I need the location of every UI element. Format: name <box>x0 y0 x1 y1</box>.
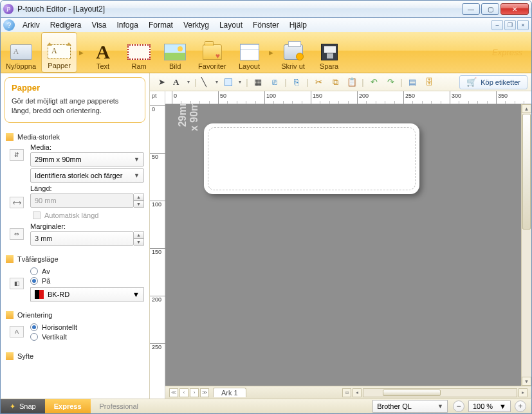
menu-infoga[interactable]: Infoga <box>112 19 143 31</box>
mdi-close-button[interactable]: × <box>517 20 529 30</box>
frame-button[interactable]: Ram <box>121 32 157 73</box>
menu-visa[interactable]: Visa <box>86 19 111 31</box>
label-preview[interactable] <box>204 123 419 194</box>
scroll-left-icon[interactable]: ◂ <box>353 388 362 397</box>
sheet-first-button[interactable]: ≪ <box>169 388 178 397</box>
sheet-tab-1[interactable]: Ark 1 <box>213 388 246 397</box>
identify-size-button[interactable]: Identifiera storlek och färger▼ <box>30 168 144 183</box>
section-marker-icon <box>6 133 14 141</box>
shape-tool[interactable]: ▾ <box>222 75 244 89</box>
media-select[interactable]: 29mm x 90mm▼ <box>30 152 144 166</box>
chevron-down-icon: ▼ <box>499 402 506 410</box>
undo-button[interactable]: ↶ <box>366 75 381 89</box>
layout-label: Layout <box>239 62 260 70</box>
horizontal-scrollbar[interactable] <box>363 388 517 397</box>
cart-icon: 🛒 <box>466 77 477 87</box>
menu-hjalp[interactable]: Hjälp <box>284 19 312 31</box>
label-dimensions-text: 29mm x 90mm <box>177 104 199 131</box>
paste-button[interactable]: 📋 <box>344 75 360 89</box>
new-open-button[interactable]: Ny/öppna <box>1 32 41 73</box>
image-button[interactable]: Bild <box>157 32 193 73</box>
ribbon-expand-icon[interactable]: ▶ <box>77 32 85 73</box>
express-watermark: Express <box>492 48 531 57</box>
link-tool[interactable]: ⎘ <box>289 75 304 89</box>
zoom-select[interactable]: 100 %▼ <box>468 401 511 412</box>
copy-button[interactable]: ⧉ <box>327 75 343 89</box>
stepper-up-icon[interactable]: ▲ <box>134 231 144 239</box>
stepper-down-icon[interactable]: ▼ <box>134 239 144 246</box>
auto-length-checkbox[interactable]: Automatisk längd <box>33 212 144 219</box>
margins-stepper[interactable]: 3 mm ▲▼ <box>30 231 144 246</box>
length-value: 90 mm <box>30 194 134 208</box>
zoom-in-button[interactable]: + <box>515 401 526 412</box>
mdi-restore-button[interactable]: ❐ <box>504 20 516 30</box>
favorites-button[interactable]: Favoriter <box>193 32 231 73</box>
sheet-next-button[interactable]: › <box>190 388 199 397</box>
table-tool[interactable]: ▦ <box>250 75 266 89</box>
mode-express-button[interactable]: Express <box>45 399 91 413</box>
menu-fonster[interactable]: Fönster <box>248 19 284 31</box>
favorites-label: Favoriter <box>198 62 226 70</box>
align-tool[interactable]: ⎚ <box>267 75 282 89</box>
horizontal-radio[interactable]: Horisontellt <box>30 323 144 331</box>
favorites-icon <box>203 44 222 60</box>
margins-value: 3 mm <box>30 231 134 246</box>
scroll-thumb[interactable] <box>383 390 441 396</box>
menu-arkiv[interactable]: Arkiv <box>17 19 45 31</box>
window-maximize-button[interactable]: ▢ <box>481 3 499 15</box>
text-tool[interactable]: A▾ <box>170 75 192 89</box>
margins-label: Marginaler: <box>30 222 144 230</box>
scroll-down-icon[interactable]: ▼ <box>522 377 531 386</box>
scroll-up-icon[interactable]: ▲ <box>522 104 531 113</box>
chevron-down-icon: ▼ <box>437 403 443 410</box>
paper-button[interactable]: A Papper <box>41 32 77 73</box>
grid-button[interactable]: ▤ <box>405 75 420 89</box>
window-close-button[interactable]: ✕ <box>500 3 529 15</box>
line-tool[interactable]: ╲▾ <box>199 75 221 89</box>
twocolor-on-radio[interactable]: På <box>30 277 144 285</box>
mode-professional-button[interactable]: Professional <box>91 399 148 413</box>
length-stepper[interactable]: 90 mm ▲▼ <box>30 194 144 208</box>
print-button[interactable]: Skriv ut <box>275 32 311 73</box>
mode-snap-button[interactable]: ✦Snap <box>1 399 45 413</box>
menu-redigera[interactable]: Redigera <box>45 19 87 31</box>
mdi-minimize-button[interactable]: – <box>491 20 503 30</box>
text-label: Text <box>96 62 109 70</box>
sheet-prev-button[interactable]: ‹ <box>179 388 188 397</box>
color-select[interactable]: BK-RD ▼ <box>30 287 144 302</box>
stepper-down-icon[interactable]: ▼ <box>134 201 144 208</box>
section-marker-icon <box>6 311 14 319</box>
sheet-split-icon[interactable]: ⧈ <box>342 388 351 397</box>
menu-layout[interactable]: Layout <box>214 19 248 31</box>
color-value: BK-RD <box>48 291 69 298</box>
vertical-scrollbar[interactable]: ▲ ▼ <box>521 104 531 386</box>
section-marker-icon <box>6 352 14 360</box>
save-button[interactable]: Spara <box>311 32 347 73</box>
zoom-out-button[interactable]: − <box>453 401 464 412</box>
menu-verktyg[interactable]: Verktyg <box>178 19 214 31</box>
orientation-indicator-icon: A <box>10 326 24 338</box>
mode-express-label: Express <box>54 402 82 410</box>
scroll-right-icon[interactable]: ▸ <box>518 388 527 397</box>
buy-labels-button[interactable]: 🛒Köp etiketter <box>459 75 527 89</box>
text-icon: A <box>96 41 110 63</box>
database-button[interactable]: 🗄 <box>421 75 437 89</box>
radio-checked-icon <box>30 323 38 331</box>
canvas[interactable]: 29mm x 90mm ▲ ▼ <box>165 104 531 386</box>
cut-button[interactable]: ✂ <box>311 75 326 89</box>
layout-button[interactable]: Layout <box>232 32 268 73</box>
vertical-radio[interactable]: Vertikalt <box>30 333 144 341</box>
pointer-tool[interactable]: ➤ <box>154 75 169 89</box>
zoom-value: 100 % <box>473 402 493 410</box>
printer-select[interactable]: Brother QL▼ <box>372 400 448 413</box>
redo-button[interactable]: ↷ <box>383 75 398 89</box>
text-button[interactable]: A Text <box>85 32 121 73</box>
ribbon-expand2-icon[interactable]: ▶ <box>268 32 275 73</box>
stepper-up-icon[interactable]: ▲ <box>134 194 144 201</box>
scroll-thumb[interactable] <box>522 114 531 230</box>
menu-format[interactable]: Format <box>143 19 178 31</box>
help-icon[interactable]: ? <box>3 19 15 31</box>
twocolor-off-radio[interactable]: Av <box>30 267 144 275</box>
sheet-last-button[interactable]: ≫ <box>200 388 209 397</box>
window-minimize-button[interactable]: — <box>462 3 480 15</box>
